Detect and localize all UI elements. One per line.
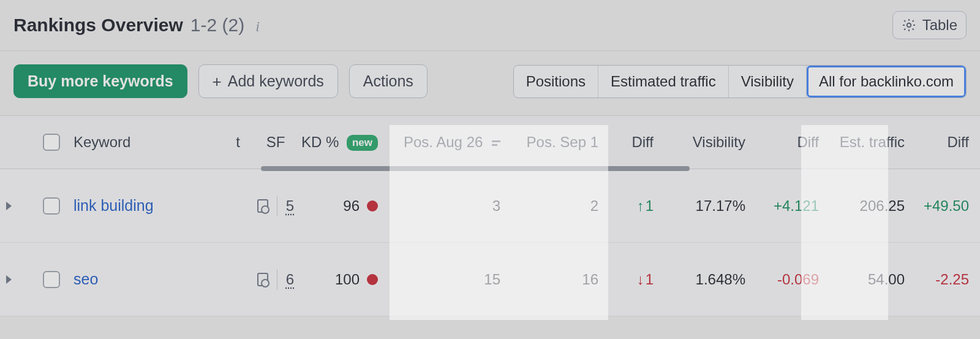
col-diff-pos[interactable]: Diff xyxy=(625,134,665,151)
pos-sep1-value: 2 xyxy=(590,197,598,214)
sf-count: 5 xyxy=(286,197,294,215)
tab-positions-label: Positions xyxy=(526,73,586,90)
svg-point-0 xyxy=(907,23,910,27)
keyword-link[interactable]: seo xyxy=(74,270,98,288)
page-title-range: 1-2 (2) xyxy=(190,15,244,36)
kd-cell: 100 xyxy=(335,271,378,288)
visibility-value: 1.648% xyxy=(696,271,745,288)
pos-aug26-value: 15 xyxy=(484,271,500,288)
col-visibility[interactable]: Visibility xyxy=(687,134,756,151)
actions-button[interactable]: Actions xyxy=(349,64,428,98)
col-keyword-label: Keyword xyxy=(74,134,130,150)
expand-toggle[interactable] xyxy=(0,202,37,210)
est-traffic-value: 54.00 xyxy=(868,271,905,288)
add-keywords-button[interactable]: + Add keywords xyxy=(198,64,338,98)
pos-diff-value: 1 xyxy=(637,271,654,288)
difficulty-dot-icon xyxy=(367,274,378,285)
col-sf-label: SF xyxy=(266,134,285,150)
add-keywords-label: Add keywords xyxy=(228,72,324,90)
toolbar: Buy more keywords + Add keywords Actions… xyxy=(0,51,980,115)
col-diff2-label: Diff xyxy=(797,134,819,150)
col-keyword[interactable]: Keyword xyxy=(67,134,214,151)
tab-estimated-traffic[interactable]: Estimated traffic xyxy=(598,66,729,97)
col-t-label: t xyxy=(236,134,240,150)
page-title: Rankings Overview xyxy=(13,15,183,36)
serp-preview-icon xyxy=(257,273,268,286)
col-visibility-label: Visibility xyxy=(693,134,745,150)
table-header-row: Keyword t SF KD % new Pos. Aug 26 Pos. S… xyxy=(0,115,980,169)
chevron-right-icon xyxy=(6,275,12,284)
buy-keywords-label: Buy more keywords xyxy=(28,72,173,90)
plus-icon: + xyxy=(213,74,222,90)
chevron-right-icon xyxy=(6,202,12,210)
col-pos2-label: Pos. Sep 1 xyxy=(527,134,598,150)
horizontal-scrollbar[interactable] xyxy=(261,166,690,171)
tab-visibility-label: Visibility xyxy=(741,73,794,90)
table-row: link building 5 96 3 2 1 17.17% +4.121 2… xyxy=(0,169,980,243)
difficulty-dot-icon xyxy=(367,200,378,211)
page-title-group: Rankings Overview 1-2 (2) i xyxy=(13,15,260,36)
info-icon[interactable]: i xyxy=(255,19,260,34)
col-pos1-label: Pos. Aug 26 xyxy=(404,134,483,150)
header-bar: Rankings Overview 1-2 (2) i Table xyxy=(0,0,980,51)
view-tabs: Positions Estimated traffic Visibility A… xyxy=(513,65,967,98)
table-row: seo 6 100 15 16 1 1.648% -0.069 54.00 -2… xyxy=(0,243,980,316)
pos-aug26-value: 3 xyxy=(492,197,500,214)
visibility-diff-value: +4.121 xyxy=(774,197,819,214)
col-diff1-label: Diff xyxy=(631,134,654,150)
tab-estimated-label: Estimated traffic xyxy=(611,73,716,90)
divider xyxy=(277,196,277,216)
sort-icon xyxy=(492,140,500,146)
expand-toggle[interactable] xyxy=(0,275,37,284)
col-sf[interactable]: SF xyxy=(251,134,300,151)
rankings-table: Keyword t SF KD % new Pos. Aug 26 Pos. S… xyxy=(0,115,980,316)
serp-features-cell[interactable]: 6 xyxy=(257,269,294,290)
tab-allfor-label: All for backlinko.com xyxy=(819,73,954,90)
pos-sep1-value: 16 xyxy=(582,271,598,288)
row-checkbox[interactable] xyxy=(43,197,60,215)
est-diff-value: +49.50 xyxy=(924,197,969,214)
buy-keywords-button[interactable]: Buy more keywords xyxy=(13,64,187,98)
tab-visibility[interactable]: Visibility xyxy=(729,66,807,97)
table-settings-label: Table xyxy=(922,17,957,34)
col-kd-label: KD % xyxy=(301,134,339,150)
sf-count: 6 xyxy=(286,271,294,288)
table-settings-button[interactable]: Table xyxy=(892,11,967,39)
serp-features-cell[interactable]: 5 xyxy=(257,196,294,216)
divider xyxy=(277,269,277,290)
gear-icon xyxy=(902,18,916,32)
col-pos-aug26[interactable]: Pos. Aug 26 xyxy=(398,134,511,151)
est-traffic-value: 206.25 xyxy=(860,197,905,214)
col-est-traffic[interactable]: Est. traffic xyxy=(834,134,916,151)
kd-value: 100 xyxy=(335,271,360,288)
visibility-diff-value: -0.069 xyxy=(777,271,819,288)
keyword-link[interactable]: link building xyxy=(74,197,154,214)
select-all-checkbox[interactable] xyxy=(43,134,60,151)
serp-preview-icon xyxy=(257,199,268,213)
col-diff-est[interactable]: Diff xyxy=(941,134,980,151)
pos-diff-value: 1 xyxy=(637,197,654,214)
kd-cell: 96 xyxy=(343,197,378,215)
visibility-value: 17.17% xyxy=(696,197,745,214)
col-checkbox xyxy=(37,134,67,151)
row-checkbox[interactable] xyxy=(43,271,60,288)
col-kd[interactable]: KD % new xyxy=(295,134,389,151)
tab-positions[interactable]: Positions xyxy=(514,66,598,97)
col-t[interactable]: t xyxy=(230,134,251,151)
col-diff3-label: Diff xyxy=(947,134,969,150)
est-diff-value: -2.25 xyxy=(935,271,969,288)
kd-value: 96 xyxy=(343,197,360,215)
actions-label: Actions xyxy=(363,72,413,90)
col-pos-sep1[interactable]: Pos. Sep 1 xyxy=(521,134,609,151)
tab-all-for-domain[interactable]: All for backlinko.com xyxy=(807,66,966,97)
new-badge: new xyxy=(347,135,378,151)
col-est-label: Est. traffic xyxy=(840,134,905,150)
col-diff-vis[interactable]: Diff xyxy=(791,134,830,151)
